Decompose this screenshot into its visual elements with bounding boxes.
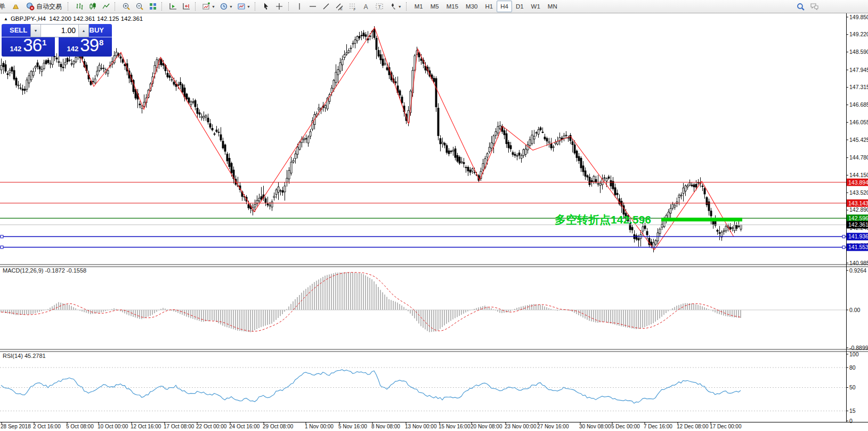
svg-text:149.220: 149.220 [849, 31, 868, 37]
candlestick-chart-button[interactable] [86, 1, 99, 12]
svg-text:145.425: 145.425 [849, 137, 868, 143]
volume-box: ▼ 1.00 ▲ [30, 24, 89, 37]
time-label: 17 Dec 00:00 [710, 424, 742, 429]
horizontal-line-button[interactable] [307, 1, 319, 12]
zoom-in-button[interactable] [120, 1, 132, 12]
templates-dropdown-button[interactable]: ▼ [236, 1, 252, 12]
timeframe-button-m5[interactable]: M5 [427, 1, 443, 12]
macd-indicator-label: MACD(12,26,9) -0.1872 -0.1558 [3, 267, 86, 274]
time-label: 17 Oct 08:00 [164, 424, 194, 429]
timeframe-button-h1[interactable]: H1 [481, 1, 497, 12]
svg-text:F: F [354, 7, 356, 11]
periods-dropdown-button[interactable]: ▼ [218, 1, 234, 12]
symbol-period-label: GBPJPY-,H4 [11, 15, 46, 22]
svg-text:146.685: 146.685 [849, 101, 868, 108]
svg-text:141.936: 141.936 [848, 233, 868, 240]
time-label: 13 Nov 00:00 [405, 424, 437, 429]
time-axis[interactable]: 28 Sep 20182 Oct 16:005 Oct 08:0010 Oct … [1, 422, 742, 429]
chat-icon[interactable] [808, 1, 821, 12]
toolbar-separator [161, 2, 164, 11]
timeframe-button-w1[interactable]: W1 [528, 1, 544, 12]
bar-chart-button[interactable] [73, 1, 85, 12]
time-label: 1 Nov 00:00 [305, 424, 334, 429]
toolbar-separator [195, 2, 198, 11]
auto-scroll-button[interactable] [167, 1, 179, 12]
ohlc-readout: 142.200 142.361 142.125 142.361 [49, 15, 143, 22]
time-label: 8 Nov 08:00 [371, 424, 400, 429]
buy-price: 142398 [59, 35, 112, 55]
time-label: 20 Nov 08:00 [470, 424, 502, 429]
time-label: 30 Nov 08:00 [579, 424, 611, 429]
fibonacci-button[interactable]: F [347, 1, 359, 12]
svg-text:50: 50 [849, 384, 856, 390]
rsi-indicator-label: RSI(14) 45.2781 [3, 353, 46, 359]
timeframe-button-m1[interactable]: M1 [411, 1, 427, 12]
timeframe-button-m30[interactable]: M30 [462, 1, 481, 12]
zoom-out-button[interactable] [133, 1, 145, 12]
time-label: 10 Oct 00:00 [98, 424, 128, 429]
time-label: 23 Nov 00:00 [505, 424, 537, 429]
toolbar-separator [406, 2, 409, 11]
svg-text:144.780: 144.780 [849, 154, 868, 161]
indicators-dropdown-button[interactable]: ▼ [200, 1, 217, 12]
line-drag-handle-right [842, 246, 845, 249]
dropdown-caret-icon: ▼ [398, 5, 402, 9]
pivot-trend-segment[interactable] [661, 218, 742, 221]
chart-shift-button[interactable] [180, 1, 192, 12]
one-click-trading-panel: SELL 142361 BUY 142398 ▼ 1.00 ▲ [2, 24, 112, 57]
svg-text:148.590: 148.590 [849, 49, 868, 55]
collapse-panel-icon[interactable]: ▲ [4, 17, 8, 21]
toolbar-separator [115, 2, 117, 11]
timeframe-button-m15[interactable]: M15 [443, 1, 462, 12]
autotrading-button[interactable]: 自动交易 [23, 1, 65, 12]
svg-text:142.361: 142.361 [848, 221, 868, 228]
svg-text:100: 100 [849, 351, 859, 357]
time-label: 2 Oct 16:00 [33, 424, 61, 429]
autotrading-label: 自动交易 [36, 2, 62, 11]
arrows-dropdown-button[interactable]: ▼ [387, 1, 403, 12]
dropdown-caret-icon: ▼ [212, 5, 215, 9]
line-drag-handle-right [842, 235, 845, 238]
svg-text:143.894: 143.894 [848, 179, 868, 186]
volume-decrease-button[interactable]: ▼ [31, 25, 41, 37]
svg-text:144.150: 144.150 [849, 172, 868, 178]
line-chart-button[interactable] [100, 1, 112, 12]
quote-bar: ▲GBPJPY-,H4 142.200 142.361 142.125 142.… [4, 15, 143, 22]
price-chart-canvas[interactable]: 149.850149.220148.590147.945147.315146.6… [0, 0, 868, 431]
svg-text:141.553: 141.553 [848, 244, 868, 250]
new-order-button[interactable]: 单 [0, 1, 9, 12]
crosshair-button[interactable] [273, 1, 286, 12]
timeframe-button-d1[interactable]: D1 [512, 1, 528, 12]
timeframe-button-mn[interactable]: MN [544, 1, 561, 12]
svg-text:0: 0 [849, 418, 853, 424]
timeframe-button-h4[interactable]: H4 [497, 1, 512, 12]
tile-windows-button[interactable] [147, 1, 159, 12]
svg-text:147.315: 147.315 [849, 84, 868, 90]
svg-text:E: E [340, 7, 343, 11]
time-label: 22 Oct 00:00 [196, 424, 227, 429]
gold-bar-button[interactable] [10, 1, 22, 12]
toolbar-separator [68, 2, 70, 11]
time-label: 5 Oct 08:00 [66, 424, 94, 429]
new-order-label: 单 [0, 2, 5, 11]
cursor-button[interactable] [260, 1, 272, 12]
main-toolbar: 单自动交易▼▼▼EFAT▼M1M5M15M30H1H4D1W1MN [0, 0, 868, 13]
svg-text:146.055: 146.055 [849, 119, 868, 125]
toolbar-separator [288, 2, 291, 11]
time-label: 12 Oct 16:00 [131, 424, 161, 429]
volume-increase-button[interactable]: ▲ [78, 25, 88, 37]
dropdown-caret-icon: ▼ [247, 5, 250, 9]
vertical-line-button[interactable] [294, 1, 306, 12]
svg-text:-0.8899: -0.8899 [849, 345, 868, 351]
text-button[interactable]: A [360, 1, 372, 12]
text-label-button[interactable]: T [374, 1, 386, 12]
time-label: 5 Dec 00:00 [611, 424, 640, 429]
svg-text:143.143: 143.143 [848, 200, 868, 206]
pivot-annotation-text[interactable]: 多空转折点142.596 [537, 212, 651, 227]
trendline-button[interactable] [320, 1, 332, 12]
svg-text:142.890: 142.890 [849, 206, 868, 213]
volume-input[interactable]: 1.00 [41, 25, 78, 37]
equidistant-channel-button[interactable]: E [334, 1, 346, 12]
search-icon[interactable] [794, 1, 807, 12]
svg-text:147.945: 147.945 [849, 67, 868, 73]
